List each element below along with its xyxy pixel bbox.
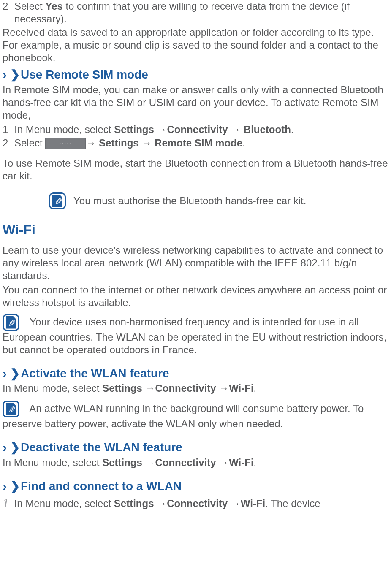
bold: Connectivity xyxy=(167,124,231,135)
chevron-icon: › xyxy=(3,478,7,494)
note-text: An active WLAN running in the background… xyxy=(3,403,364,429)
bold: Wi-Fi xyxy=(241,498,265,509)
chevron-icon: ❯ xyxy=(10,67,20,82)
section-activate-wlan: › ❯ Activate the WLAN feature xyxy=(3,366,388,382)
note-text: You must authorise the Bluetooth hands-f… xyxy=(73,195,306,207)
text: to confirm that you are willing to recei… xyxy=(14,0,350,24)
section-title: Find and connect to a WLAN xyxy=(21,479,182,493)
section-deactivate-wlan: › ❯ Deactivate the WLAN feature xyxy=(3,439,388,455)
arrow: → xyxy=(145,382,155,394)
text: Select xyxy=(14,137,45,149)
text: In Menu mode, select xyxy=(3,382,102,394)
bold: Settings xyxy=(114,124,157,135)
arrow: → xyxy=(219,457,229,468)
chevron-icon: ❯ xyxy=(10,366,20,381)
step-2-top: 2 Select Yes to confirm that you are wil… xyxy=(3,0,388,25)
bold: Wi-Fi xyxy=(229,382,253,394)
chevron-icon: › xyxy=(3,439,7,455)
text: . xyxy=(242,137,245,149)
note-text: Your device uses non-harmonised frequenc… xyxy=(3,316,386,355)
bold: Connectivity xyxy=(167,498,231,509)
section-find-wlan: › ❯ Find and connect to a WLAN xyxy=(3,478,388,494)
remote-sim-after: To use Remote SIM mode, start the Blueto… xyxy=(3,157,388,182)
text: . The device xyxy=(265,498,320,509)
activate-path: In Menu mode, select Settings →Connectiv… xyxy=(3,382,388,395)
wifi-p1: Learn to use your device's wireless netw… xyxy=(3,244,388,282)
text: . xyxy=(291,124,294,135)
bold: Connectivity xyxy=(155,382,219,394)
note-wlan-battery: An active WLAN running in the background… xyxy=(3,402,388,430)
section-remote-sim: › ❯ Use Remote SIM mode xyxy=(3,67,388,83)
note-wifi-freq: Your device uses non-harmonised frequenc… xyxy=(3,316,388,356)
arrow: → xyxy=(231,498,241,509)
note-icon xyxy=(49,192,66,209)
arrow: → xyxy=(157,124,167,135)
remote-sim-intro: In Remote SIM mode, you can make or answ… xyxy=(3,84,388,122)
step-content: Select Yes to confirm that you are willi… xyxy=(14,0,388,25)
note-icon xyxy=(3,314,19,331)
note-icon xyxy=(3,401,19,417)
bold: Wi-Fi xyxy=(229,457,253,468)
find-step1: 1 In Menu mode, select Settings →Connect… xyxy=(3,495,388,511)
arrow: → xyxy=(145,457,155,468)
deactivate-path: In Menu mode, select Settings →Connectiv… xyxy=(3,456,388,469)
text: In Menu mode, select xyxy=(3,457,102,468)
bold: → Bluetooth xyxy=(231,124,291,135)
step-content: In Menu mode, select Settings →Connectiv… xyxy=(14,123,388,136)
section-title: Use Remote SIM mode xyxy=(21,67,148,82)
chevron-icon: › xyxy=(3,67,7,83)
bold: Settings xyxy=(114,498,157,509)
text: In Menu mode, select xyxy=(14,124,114,135)
text: . xyxy=(254,457,257,468)
step-number-italic: 1 xyxy=(3,496,9,509)
more-options-icon xyxy=(45,138,86,149)
bold: Settings xyxy=(102,382,145,394)
step-number: 1 xyxy=(3,123,14,136)
step-number: 2 xyxy=(3,137,14,149)
text: . xyxy=(254,382,257,394)
step-number: 2 xyxy=(3,0,14,25)
bold: Settings xyxy=(102,457,145,468)
text: In Menu mode, select xyxy=(11,498,114,509)
step-content: Select → Settings → Remote SIM mode. xyxy=(14,137,388,149)
bold: Connectivity xyxy=(155,457,219,468)
wifi-title: Wi-Fi xyxy=(3,221,388,238)
section-title: Deactivate the WLAN feature xyxy=(21,440,182,455)
received-data-para: Received data is saved to an appropriate… xyxy=(3,26,388,64)
arrow: → xyxy=(219,382,229,394)
note-authorise: You must authorise the Bluetooth hands-f… xyxy=(49,192,388,209)
yes-bold: Yes xyxy=(45,0,62,12)
chevron-icon: ❯ xyxy=(10,479,20,493)
remote-sim-step1: 1 In Menu mode, select Settings →Connect… xyxy=(3,123,388,136)
wifi-p2: You can connect to the internet or other… xyxy=(3,284,388,309)
remote-sim-step2: 2 Select → Settings → Remote SIM mode. xyxy=(3,137,388,149)
chevron-icon: ❯ xyxy=(10,440,20,455)
section-title: Activate the WLAN feature xyxy=(21,366,169,381)
text: Select xyxy=(14,0,45,12)
bold: → Settings → Remote SIM mode xyxy=(86,137,242,149)
arrow: → xyxy=(157,498,167,509)
chevron-icon: › xyxy=(3,366,7,382)
